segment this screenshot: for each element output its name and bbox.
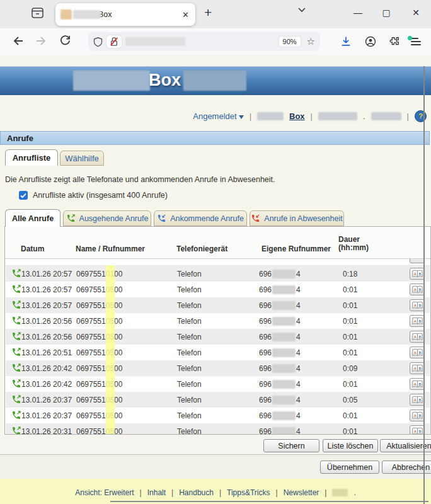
footer-link-ansicht[interactable]: Ansicht: Erweitert <box>75 488 134 497</box>
table-row[interactable]: 13.01.26 20:57 06975510500 Telefon 6964 … <box>6 297 430 313</box>
highlight-marker <box>106 265 115 434</box>
add-to-phonebook-button[interactable]: AB <box>410 299 425 311</box>
svg-text:B: B <box>418 350 421 355</box>
call-date: 13.01.26 20:57 <box>21 301 72 310</box>
col-header-dauer: Dauer (hh:mm) <box>338 236 369 252</box>
call-number: 06975510500 <box>76 364 122 373</box>
filter-tab-ausgehende[interactable]: Ausgehende Anrufe <box>63 210 151 226</box>
add-to-phonebook-button[interactable]: AB <box>410 268 425 280</box>
add-to-phonebook-button[interactable]: AB <box>410 425 425 434</box>
favicon-redacted <box>60 9 72 20</box>
svg-text:B: B <box>418 303 421 307</box>
filter-tab-abwesenheit[interactable]: Anrufe in Abwesenheit <box>250 210 344 226</box>
filter-tab-alle-anrufe[interactable]: Alle Anrufe <box>5 209 60 227</box>
table-row[interactable]: 13.01.26 20:42 06975510500 Telefon 6964 … <box>6 360 430 376</box>
call-list-active-checkbox[interactable] <box>19 191 28 200</box>
call-date: 13.01.26 20:56 <box>21 317 72 326</box>
footer-link-newsletter[interactable]: Newsletter <box>284 488 319 497</box>
col-header-datum: Datum <box>21 244 44 253</box>
window-maximize-button[interactable]: ▢ <box>380 8 393 18</box>
tab-waehlhilfe[interactable]: Wählhilfe <box>60 151 104 166</box>
table-row[interactable]: 13.01.26 20:56 06975510500 Telefon 6964 … <box>6 313 430 329</box>
svg-text:B: B <box>418 429 421 433</box>
account-icon[interactable] <box>365 36 376 47</box>
tracking-protection-shield-icon[interactable] <box>93 37 103 47</box>
add-to-phonebook-button[interactable]: AB <box>410 331 425 343</box>
partial-row-top <box>6 259 430 266</box>
table-row[interactable]: 13.01.26 20:51 06975510500 Telefon 6964 … <box>6 345 430 360</box>
table-row[interactable]: 13.01.26 20:42 06975510500 Telefon 6964 … <box>6 376 430 392</box>
menu-notification-dot <box>408 36 412 40</box>
call-number: 06975510500 <box>76 380 122 389</box>
list-actions-bar: Sichern Liste löschen Aktualisieren <box>0 435 431 455</box>
outgoing-call-icon <box>11 268 21 278</box>
outgoing-call-icon <box>11 379 21 389</box>
tab-anrufliste[interactable]: Anrufliste <box>5 149 58 166</box>
forward-button[interactable] <box>35 35 48 47</box>
back-button[interactable] <box>11 35 24 47</box>
call-date: 13.01.26 20:42 <box>21 364 72 373</box>
footer-link-inhalt[interactable]: Inhalt <box>147 488 166 497</box>
zoom-level-indicator[interactable]: 90% <box>279 37 301 47</box>
call-number: 06975510500 <box>76 285 122 294</box>
browser-tab[interactable]: Box ✕ <box>55 3 195 26</box>
table-row[interactable]: 13.01.26 20:37 06975510500 Telefon 6964 … <box>6 408 430 423</box>
add-to-phonebook-button[interactable]: AB <box>410 284 425 295</box>
list-tabs-chevron-icon[interactable] <box>297 7 306 13</box>
window-minimize-button[interactable]: — <box>352 8 364 18</box>
address-redacted-1 <box>318 112 357 120</box>
own-number-redacted <box>272 270 296 278</box>
own-number-redacted <box>272 301 296 310</box>
call-rows-scroll-area[interactable]: 13.01.26 20:57 06975510100 Telefon 6964 … <box>6 259 430 434</box>
call-number: 06975510500 <box>76 411 122 420</box>
window-close-button[interactable]: ✕ <box>410 8 422 18</box>
call-date: 13.01.26 20:57 <box>21 270 72 278</box>
call-device: Telefon <box>177 427 202 434</box>
apply-button[interactable]: Übernehmen <box>320 461 379 474</box>
url-bar[interactable]: 90% ☆ <box>88 32 320 51</box>
call-duration: 0:18 <box>343 270 357 278</box>
bookmark-star-icon[interactable]: ☆ <box>307 36 315 47</box>
add-to-phonebook-button[interactable]: AB <box>410 315 425 327</box>
extensions-puzzle-icon[interactable] <box>388 36 399 47</box>
insecure-lock-icon[interactable] <box>106 35 122 48</box>
add-to-phonebook-button[interactable] <box>410 259 425 263</box>
table-row[interactable]: 13.01.26 20:57 06975510100 Telefon 6964 … <box>6 266 430 282</box>
own-number-redacted <box>272 380 296 389</box>
add-to-phonebook-button[interactable]: AB <box>410 394 425 406</box>
own-number: 6964 <box>259 411 301 420</box>
call-duration: 0:01 <box>343 348 357 357</box>
own-number-redacted <box>272 427 296 434</box>
call-number: 06975510500 <box>76 396 122 404</box>
call-table: Datum Name / Rufnummer Telefoniegerät Ei… <box>4 226 431 435</box>
footer-link-handbuch[interactable]: Handbuch <box>179 488 214 497</box>
tab-close-icon[interactable]: ✕ <box>181 10 190 20</box>
add-to-phonebook-button[interactable]: AB <box>410 346 425 358</box>
table-row[interactable]: 13.01.26 20:37 06975510500 Telefon 6964 … <box>6 392 430 408</box>
add-to-phonebook-button[interactable]: AB <box>410 362 425 374</box>
table-row[interactable]: 13.01.26 20:57 06975510500 Telefon 6964 … <box>6 282 430 297</box>
logged-in-menu[interactable]: Angemeldet <box>193 112 243 121</box>
session-bar: Angemeldet | Box | . | ? <box>193 110 427 122</box>
firefox-view-icon[interactable] <box>32 8 43 18</box>
new-tab-button[interactable]: + <box>204 5 212 20</box>
downloads-icon[interactable] <box>340 36 352 47</box>
add-to-phonebook-button[interactable]: AB <box>410 410 425 421</box>
add-to-phonebook-button[interactable]: AB <box>410 378 425 390</box>
svg-text:B: B <box>418 413 421 418</box>
footer-link-tipps[interactable]: Tipps&Tricks <box>227 488 270 497</box>
own-number: 6964 <box>259 301 301 310</box>
save-list-button[interactable]: Sichern <box>263 439 319 452</box>
table-row[interactable]: 13.01.26 20:31 06975510500 Telefon 6964 … <box>6 423 430 434</box>
clear-list-button[interactable]: Liste löschen <box>323 439 378 452</box>
footer-divider <box>110 501 428 502</box>
svg-text:B: B <box>418 287 421 292</box>
table-row[interactable]: 13.01.26 20:56 06975510500 Telefon 6964 … <box>6 329 430 345</box>
call-device: Telefon <box>177 348 202 357</box>
box-home-link[interactable]: Box <box>289 112 305 121</box>
filter-tab-ankommende[interactable]: Ankommende Anrufe <box>154 210 247 226</box>
main-tabs: Anrufliste Wählhilfe <box>0 149 431 166</box>
col-header-name: Name / Rufnummer <box>76 244 145 253</box>
reload-button[interactable] <box>59 35 71 47</box>
help-icon[interactable]: ? <box>415 110 427 122</box>
